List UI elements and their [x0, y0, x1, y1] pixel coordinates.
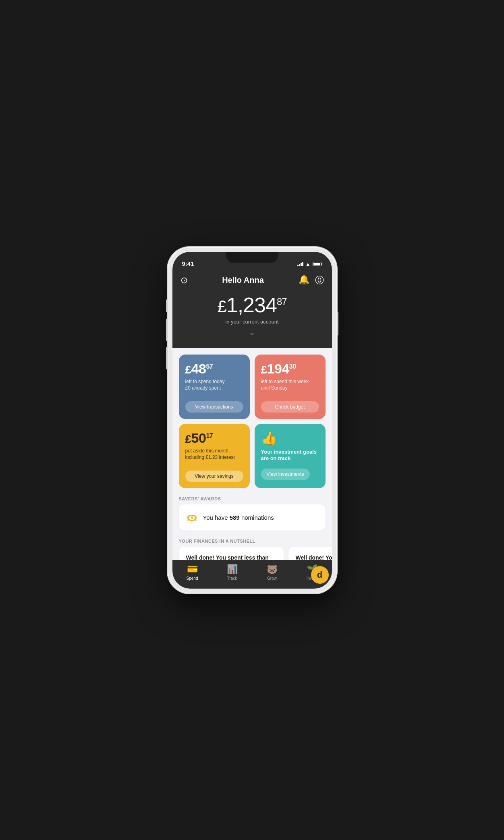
- daily-spend-card: £4857 left to spend today£0 already spen…: [179, 355, 250, 419]
- balance-currency: £: [217, 297, 226, 316]
- grow-icon: 🐷: [267, 564, 278, 575]
- savers-awards-label: SAVERS' AWARDS: [172, 488, 332, 504]
- nav-item-track[interactable]: 📊 Track: [212, 564, 252, 581]
- nominations-card[interactable]: 🎟 You have 589 nominations: [179, 504, 326, 531]
- main-content: £4857 left to spend today£0 already spen…: [172, 348, 332, 560]
- grow-label: Grow: [267, 576, 277, 581]
- power-button: [337, 311, 338, 336]
- view-investments-button[interactable]: View investments: [261, 469, 310, 480]
- nominations-text: You have 589 nominations: [203, 514, 274, 521]
- phone-wrapper: 9:41 ▲ ⊙ Hell: [168, 247, 337, 593]
- daily-description: left to spend today£0 already spent: [185, 378, 243, 398]
- balance-major: 1,234: [226, 293, 277, 317]
- chevron-down-icon[interactable]: ⌄: [180, 328, 324, 337]
- balance-minor: 87: [277, 296, 287, 307]
- volume-down-button: [166, 347, 168, 369]
- savings-card: £5017 put aside this month,including £1.…: [179, 424, 250, 488]
- header-actions: 🔔 ⓪: [299, 274, 324, 286]
- ticket-icon: 🎟: [186, 511, 197, 524]
- weekly-amount: £19430: [261, 361, 319, 377]
- bottom-nav: 💳 Spend 📊 Track 🐷 Grow 🌱 Invest d: [172, 560, 332, 589]
- profile-icon[interactable]: ⊙: [180, 275, 188, 286]
- balance-amount: £1,23487: [180, 293, 324, 317]
- daily-amount: £4857: [185, 361, 243, 377]
- greeting-text: Hello Anna: [222, 276, 264, 285]
- logo-text: d: [317, 570, 322, 580]
- status-time: 9:41: [182, 260, 194, 267]
- nav-item-spend[interactable]: 💳 Spend: [172, 564, 212, 581]
- volume-up-button: [166, 319, 168, 341]
- header: ⊙ Hello Anna 🔔 ⓪ £1,23487 in your curren…: [172, 270, 332, 348]
- investments-title: Your investment goals are on track: [261, 449, 319, 463]
- finances-label: YOUR FINANCES IN A NUTSHELL: [172, 531, 332, 547]
- signal-icon: [297, 262, 303, 266]
- app-logo: d: [311, 566, 329, 584]
- notification-icon[interactable]: 🔔: [299, 274, 309, 286]
- finance-card-1-title: Well done! You spent less than your inco…: [186, 554, 276, 560]
- savings-description: put aside this month,including £1.23 int…: [185, 448, 243, 467]
- nav-item-grow[interactable]: 🐷 Grow: [252, 564, 292, 581]
- finance-card-1: Well done! You spent less than your inco…: [179, 547, 284, 560]
- savings-amount: £5017: [185, 430, 243, 446]
- balance-label: in your current account: [180, 319, 324, 325]
- help-icon[interactable]: ⓪: [315, 274, 324, 286]
- silent-button: [166, 299, 168, 312]
- spend-label: Spend: [187, 576, 198, 581]
- nominations-count: 589: [230, 514, 240, 521]
- weekly-budget-card: £19430 left to spend this weekuntil Sund…: [255, 355, 326, 419]
- header-top: ⊙ Hello Anna 🔔 ⓪: [180, 274, 324, 286]
- cards-grid: £4857 left to spend today£0 already spen…: [172, 348, 332, 488]
- view-transactions-button[interactable]: View transactions: [185, 401, 243, 413]
- battery-icon: [313, 262, 322, 266]
- notch: [226, 252, 278, 263]
- weekly-description: left to spend this weekuntil Sunday: [261, 378, 319, 398]
- investments-card: 👍 Your investment goals are on track Vie…: [255, 424, 326, 488]
- track-label: Track: [227, 576, 237, 581]
- finances-scroll-area: Well done! You spent less than your inco…: [172, 547, 332, 560]
- view-savings-button[interactable]: View your savings: [185, 471, 243, 482]
- finance-card-2: Well done! You spent less than your inco…: [288, 547, 332, 560]
- thumbs-up-icon: 👍: [261, 430, 277, 446]
- finance-card-2-title: Well done! You spent less than your inco…: [296, 554, 332, 560]
- status-icons: ▲: [297, 261, 322, 267]
- spend-icon: 💳: [187, 564, 198, 575]
- phone-screen: 9:41 ▲ ⊙ Hell: [172, 252, 332, 589]
- wifi-icon: ▲: [305, 261, 311, 267]
- finances-cards-row: Well done! You spent less than your inco…: [179, 547, 326, 560]
- track-icon: 📊: [227, 564, 238, 575]
- balance-section: £1,23487 in your current account ⌄: [180, 293, 324, 340]
- check-budget-button[interactable]: Check budget: [261, 401, 319, 413]
